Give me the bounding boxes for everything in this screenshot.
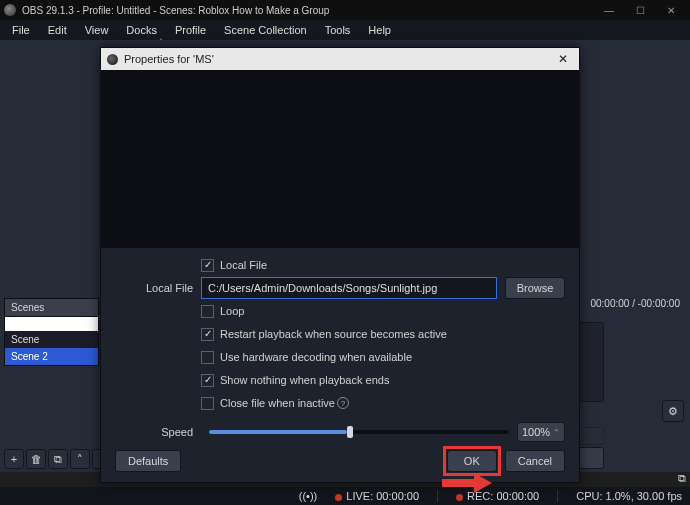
obs-logo-icon xyxy=(4,4,16,16)
info-icon[interactable]: ? xyxy=(337,397,349,409)
menu-help[interactable]: Help xyxy=(360,22,399,38)
close-button[interactable]: ✕ xyxy=(656,2,686,18)
minimize-button[interactable]: — xyxy=(594,2,624,18)
hw-decoding-label: Use hardware decoding when available xyxy=(220,351,412,363)
status-cpu: CPU: 1.0%, 30.00 fps xyxy=(576,490,682,502)
speed-slider[interactable] xyxy=(209,430,509,434)
scenes-delete-button[interactable]: 🗑 xyxy=(26,449,46,469)
speed-value-spinner[interactable]: 100%⌃ xyxy=(517,422,565,442)
speed-slider-thumb[interactable] xyxy=(347,426,353,438)
dialog-close-button[interactable]: ✕ xyxy=(553,51,573,67)
browse-button[interactable]: Browse xyxy=(505,277,565,299)
svg-marker-1 xyxy=(474,473,492,493)
scenes-up-button[interactable]: ˄ xyxy=(70,449,90,469)
annotation-arrow-icon xyxy=(442,473,492,493)
status-live: LIVE: 00:00:00 xyxy=(335,490,419,502)
menu-bar: File Edit View Docks Profile Scene Colle… xyxy=(0,20,690,40)
local-file-path-input[interactable] xyxy=(201,277,497,299)
chevron-updown-icon: ⌃ xyxy=(553,428,560,437)
scenes-header: Scenes xyxy=(5,299,98,317)
scene-row-selected[interactable]: Scene 2 xyxy=(5,348,98,365)
speed-label: Speed xyxy=(115,426,201,438)
local-file-field-label: Local File xyxy=(115,282,201,294)
menu-tools[interactable]: Tools xyxy=(317,22,359,38)
status-bar: ((•)) LIVE: 00:00:00 REC: 00:00:00 CPU: … xyxy=(0,487,690,505)
loop-checkbox[interactable] xyxy=(201,305,214,318)
scene-row[interactable]: Scene xyxy=(5,331,98,348)
restart-playback-checkbox[interactable] xyxy=(201,328,214,341)
close-file-label: Close file when inactive xyxy=(220,397,335,409)
cancel-button[interactable]: Cancel xyxy=(505,450,565,472)
menu-edit[interactable]: Edit xyxy=(40,22,75,38)
loop-label: Loop xyxy=(220,305,244,317)
restart-playback-label: Restart playback when source becomes act… xyxy=(220,328,447,340)
show-nothing-checkbox[interactable] xyxy=(201,374,214,387)
menu-docks[interactable]: Docks xyxy=(118,22,165,38)
svg-rect-0 xyxy=(442,479,474,487)
scenes-add-button[interactable]: + xyxy=(4,449,24,469)
dialog-title: Properties for 'MS' xyxy=(124,53,553,65)
media-timecodes: 00:00:00 / -00:00:00 xyxy=(590,298,680,309)
defaults-button[interactable]: Defaults xyxy=(115,450,181,472)
menu-file[interactable]: File xyxy=(4,22,38,38)
properties-dialog: Properties for 'MS' ✕ Local File Local F… xyxy=(100,47,580,483)
title-bar: OBS 29.1.3 - Profile: Untitled - Scenes:… xyxy=(0,0,690,20)
scenes-filter-button[interactable]: ⧉ xyxy=(48,449,68,469)
source-preview xyxy=(101,70,579,248)
dialog-title-bar[interactable]: Properties for 'MS' ✕ xyxy=(101,48,579,70)
local-file-checkbox-label: Local File xyxy=(220,259,267,271)
settings-gear-button[interactable]: ⚙ xyxy=(662,400,684,422)
window-title: OBS 29.1.3 - Profile: Untitled - Scenes:… xyxy=(22,5,594,16)
gear-icon: ⚙ xyxy=(668,405,678,418)
local-file-checkbox[interactable] xyxy=(201,259,214,272)
scenes-panel: Scenes Scene Scene 2 xyxy=(4,298,99,366)
signal-icon: ((•)) xyxy=(299,490,318,502)
popout-icon[interactable]: ⧉ xyxy=(678,472,686,485)
close-file-checkbox[interactable] xyxy=(201,397,214,410)
scenes-filter[interactable] xyxy=(5,317,98,331)
menu-scene-collection[interactable]: Scene Collection xyxy=(216,22,315,38)
ok-button[interactable]: OK xyxy=(447,450,497,472)
menu-profile[interactable]: Profile xyxy=(167,22,214,38)
hw-decoding-checkbox[interactable] xyxy=(201,351,214,364)
maximize-button[interactable]: ☐ xyxy=(625,2,655,18)
obs-logo-icon xyxy=(107,54,118,65)
show-nothing-label: Show nothing when playback ends xyxy=(220,374,389,386)
menu-view[interactable]: View xyxy=(77,22,117,38)
